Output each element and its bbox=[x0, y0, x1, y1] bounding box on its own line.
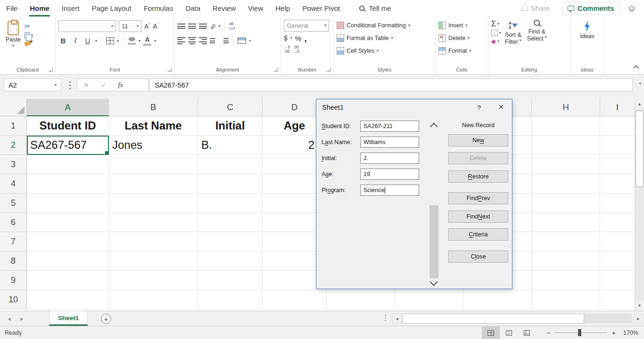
row-header-9[interactable]: 9 bbox=[0, 271, 27, 290]
decrease-decimal-icon[interactable]: .00→0 bbox=[293, 45, 299, 54]
cell-A7[interactable] bbox=[27, 232, 109, 251]
normal-view-button[interactable] bbox=[482, 326, 500, 339]
insert-cells-button[interactable]: Insert ▾ bbox=[438, 19, 485, 32]
delete-button[interactable]: Delete bbox=[448, 152, 508, 164]
cell-H8[interactable] bbox=[532, 251, 600, 271]
cell-I2[interactable] bbox=[600, 136, 635, 155]
paste-button[interactable]: Paste ▾ bbox=[6, 19, 21, 65]
cell-C8[interactable] bbox=[198, 251, 263, 271]
row-header-8[interactable]: 8 bbox=[0, 251, 27, 271]
cell-H4[interactable] bbox=[532, 174, 600, 194]
wrap-text-icon[interactable]: abc⮐ bbox=[229, 22, 235, 31]
cell-C6[interactable] bbox=[198, 213, 263, 232]
page-layout-view-button[interactable] bbox=[500, 326, 518, 339]
formula-bar-input[interactable]: SA267-567 bbox=[149, 79, 633, 91]
cell-B6[interactable] bbox=[109, 213, 198, 232]
formula-bar-expand-icon[interactable]: ▾ bbox=[639, 82, 641, 86]
orientation-dropdown-icon[interactable]: ▾ bbox=[218, 24, 220, 28]
clipboard-dialog-launcher[interactable] bbox=[49, 67, 53, 72]
delete-cells-button[interactable]: Delete ▾ bbox=[438, 32, 485, 44]
record-scroll-thumb[interactable] bbox=[429, 205, 438, 278]
scroll-up-icon[interactable]: ▲ bbox=[635, 99, 644, 109]
ribbon-tab-view[interactable]: View bbox=[242, 0, 269, 16]
font-color-dropdown-icon[interactable]: ▾ bbox=[154, 39, 156, 43]
ribbon-tab-insert[interactable]: Insert bbox=[56, 0, 86, 16]
cell-I7[interactable] bbox=[600, 232, 635, 251]
find-next-button[interactable]: Find Next bbox=[448, 210, 508, 223]
cell-C7[interactable] bbox=[198, 232, 263, 251]
column-header-B[interactable]: B bbox=[109, 99, 198, 116]
zoom-slider-thumb[interactable] bbox=[578, 329, 581, 336]
cell-A1[interactable]: Student ID bbox=[27, 116, 109, 136]
column-header-H[interactable]: H bbox=[532, 99, 600, 116]
cell-B9[interactable] bbox=[109, 271, 198, 290]
cell-A10[interactable] bbox=[27, 290, 109, 309]
align-center-icon[interactable] bbox=[188, 37, 196, 45]
alignment-dialog-launcher[interactable] bbox=[274, 67, 278, 72]
vertical-scroll-thumb[interactable] bbox=[636, 111, 644, 187]
cell-I6[interactable] bbox=[600, 213, 635, 232]
cell-H10[interactable] bbox=[532, 290, 600, 309]
cut-icon[interactable]: ✂ bbox=[25, 23, 33, 30]
decrease-indent-icon[interactable] bbox=[210, 38, 218, 43]
top-align-icon[interactable] bbox=[177, 24, 185, 29]
ribbon-tab-review[interactable]: Review bbox=[206, 0, 242, 16]
cell-I9[interactable] bbox=[600, 271, 635, 290]
new-button[interactable]: New bbox=[448, 134, 508, 146]
horizontal-scrollbar[interactable]: ◄ ► bbox=[392, 314, 632, 323]
field-input-age[interactable]: 19 bbox=[360, 169, 419, 180]
fill-color-dropdown-icon[interactable]: ▾ bbox=[139, 39, 140, 43]
enter-icon[interactable]: ✓ bbox=[101, 81, 107, 89]
scroll-left-icon[interactable]: ◄ bbox=[392, 314, 402, 323]
cell-A5[interactable] bbox=[27, 194, 109, 213]
zoom-in-button[interactable]: + bbox=[611, 329, 616, 337]
number-dialog-launcher[interactable] bbox=[327, 67, 331, 72]
cell-C9[interactable] bbox=[198, 271, 263, 290]
cell-D10[interactable] bbox=[263, 290, 327, 309]
underline-dropdown-icon[interactable]: ▾ bbox=[95, 39, 97, 43]
cell-I1[interactable] bbox=[600, 116, 635, 136]
comma-style-icon[interactable]: , bbox=[304, 35, 307, 41]
record-scroll-down-icon[interactable] bbox=[430, 278, 438, 286]
cell-B3[interactable] bbox=[109, 155, 198, 174]
ribbon-tab-help[interactable]: Help bbox=[269, 0, 296, 16]
cancel-icon[interactable]: ✕ bbox=[83, 81, 90, 89]
criteria-button[interactable]: Criteria bbox=[448, 228, 508, 241]
field-input-program[interactable]: Science bbox=[360, 185, 419, 196]
insert-function-icon[interactable]: fx bbox=[118, 81, 123, 89]
row-header-10[interactable]: 10 bbox=[0, 290, 27, 309]
ideas-button[interactable]: Ideas bbox=[573, 21, 601, 40]
copy-icon[interactable] bbox=[25, 32, 30, 39]
format-as-table-button[interactable]: Format as Table ▾ bbox=[337, 32, 432, 44]
zoom-out-button[interactable]: − bbox=[546, 329, 550, 337]
cell-H2[interactable] bbox=[532, 136, 600, 155]
italic-button[interactable]: I bbox=[71, 37, 80, 45]
cell-B2[interactable]: Jones bbox=[109, 136, 198, 155]
cell-B5[interactable] bbox=[109, 194, 198, 213]
percent-icon[interactable]: % bbox=[295, 34, 301, 42]
row-header-5[interactable]: 5 bbox=[0, 194, 27, 213]
bold-button[interactable]: B bbox=[58, 37, 68, 45]
name-box-dropdown-icon[interactable]: ▾ bbox=[55, 83, 57, 87]
align-left-icon[interactable] bbox=[177, 37, 185, 45]
tab-scrollbar-divider[interactable]: ••• bbox=[385, 315, 386, 322]
cell-I8[interactable] bbox=[600, 251, 635, 271]
cell-H7[interactable] bbox=[532, 232, 600, 251]
row-header-2[interactable]: 2 bbox=[0, 136, 27, 155]
share-button[interactable]: Share bbox=[517, 2, 554, 14]
cell-H5[interactable] bbox=[532, 194, 600, 213]
dialog-close-button[interactable]: × bbox=[490, 99, 512, 115]
feedback-smiley-icon[interactable]: ☺ bbox=[627, 4, 636, 13]
cell-I3[interactable] bbox=[600, 155, 635, 174]
cell-H6[interactable] bbox=[532, 213, 600, 232]
column-header-C[interactable]: C bbox=[198, 99, 263, 116]
cell-I5[interactable] bbox=[600, 194, 635, 213]
number-format-combo[interactable]: General▾ bbox=[284, 20, 329, 32]
field-input-initial[interactable]: J. bbox=[360, 153, 419, 164]
row-header-4[interactable]: 4 bbox=[0, 174, 27, 194]
ribbon-tab-file[interactable]: File bbox=[0, 0, 24, 16]
cell-C3[interactable] bbox=[198, 155, 263, 174]
cell-C10[interactable] bbox=[198, 290, 263, 309]
cell-B10[interactable] bbox=[109, 290, 198, 309]
cell-C1[interactable]: Initial bbox=[198, 116, 263, 136]
